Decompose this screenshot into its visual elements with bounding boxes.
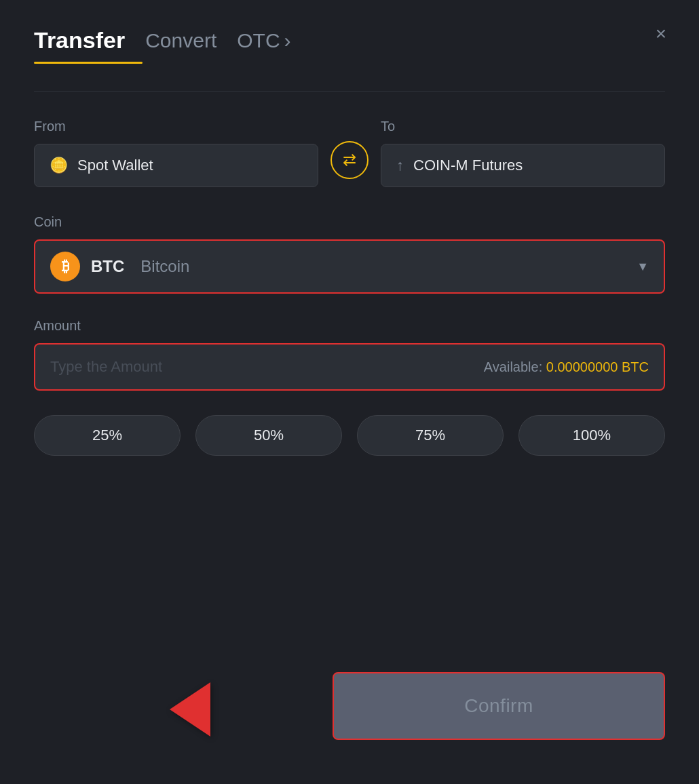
swap-icon: ⇄ — [343, 151, 356, 170]
coin-symbol: BTC — [91, 257, 124, 276]
from-wallet-selector[interactable]: 🪙 Spot Wallet — [34, 144, 318, 187]
from-to-section: From 🪙 Spot Wallet ⇄ To ↑ COIN-M Futures — [34, 119, 665, 187]
pct-btn-100[interactable]: 100% — [518, 415, 665, 456]
arrow-indicator — [170, 682, 210, 737]
from-column: From 🪙 Spot Wallet — [34, 119, 318, 187]
available-balance-label: Available: 0.00000000 BTC — [484, 359, 649, 375]
modal-header: Transfer Convert OTC › — [34, 27, 665, 54]
active-tab-indicator — [34, 62, 143, 64]
swap-button-wrapper: ⇄ — [318, 141, 381, 187]
coin-full-name: Bitcoin — [140, 257, 189, 276]
to-wallet-selector[interactable]: ↑ COIN-M Futures — [381, 144, 665, 187]
tab-otc[interactable]: OTC › — [237, 29, 290, 52]
amount-section: Amount Type the Amount Available: 0.0000… — [34, 318, 665, 391]
tab-convert[interactable]: Convert — [145, 29, 216, 52]
from-wallet-name: Spot Wallet — [77, 157, 153, 174]
swap-direction-button[interactable]: ⇄ — [330, 141, 369, 179]
to-label: To — [381, 119, 665, 134]
red-arrow-icon — [170, 682, 210, 737]
pct-btn-50[interactable]: 50% — [195, 415, 342, 456]
chevron-down-icon: ▼ — [637, 260, 649, 274]
bottom-area: Confirm — [34, 669, 665, 743]
pct-btn-75[interactable]: 75% — [357, 415, 504, 456]
coin-section: Coin ₿ BTC Bitcoin ▼ — [34, 214, 665, 294]
wallet-card-icon: 🪙 — [50, 157, 68, 174]
transfer-modal: Transfer Convert OTC › × From 🪙 Spot Wal… — [0, 0, 699, 784]
futures-icon: ↑ — [396, 157, 404, 174]
to-wallet-name: COIN-M Futures — [413, 157, 523, 174]
amount-label: Amount — [34, 318, 665, 334]
pct-btn-25[interactable]: 25% — [34, 415, 181, 456]
tab-transfer[interactable]: Transfer — [34, 27, 125, 54]
amount-input-placeholder[interactable]: Type the Amount — [50, 358, 162, 376]
coin-label: Coin — [34, 214, 665, 230]
header-divider — [34, 91, 665, 92]
to-column: To ↑ COIN-M Futures — [381, 119, 665, 187]
close-button[interactable]: × — [656, 24, 666, 43]
coin-selector[interactable]: ₿ BTC Bitcoin ▼ — [34, 239, 665, 294]
amount-input-box: Type the Amount Available: 0.00000000 BT… — [34, 343, 665, 391]
percentage-row: 25% 50% 75% 100% — [34, 415, 665, 456]
btc-icon: ₿ — [50, 252, 80, 281]
available-balance-amount: 0.00000000 BTC — [546, 359, 649, 374]
confirm-button[interactable]: Confirm — [333, 672, 665, 740]
from-label: From — [34, 119, 318, 134]
